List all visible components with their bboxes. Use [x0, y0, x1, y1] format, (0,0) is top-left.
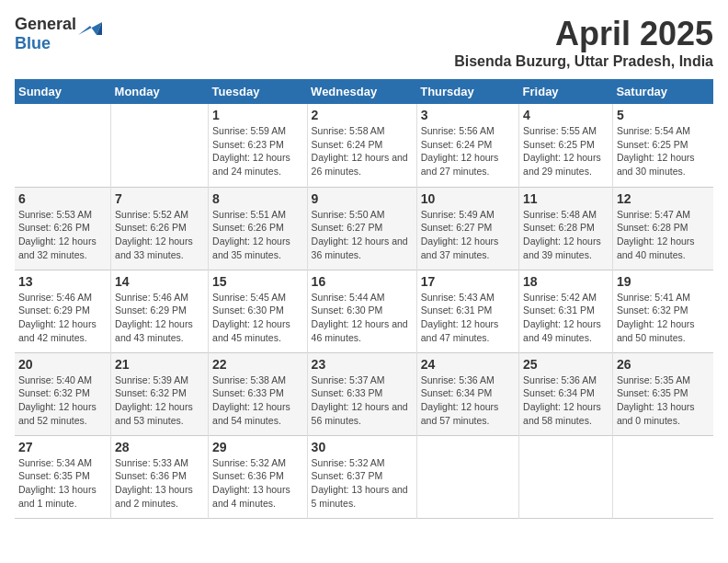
logo-bird-icon: [78, 15, 102, 35]
calendar-week-5: 27Sunrise: 5:34 AM Sunset: 6:35 PM Dayli…: [15, 435, 713, 518]
day-info: Sunrise: 5:37 AM Sunset: 6:33 PM Dayligh…: [312, 373, 413, 428]
day-info: Sunrise: 5:39 AM Sunset: 6:32 PM Dayligh…: [115, 373, 204, 428]
calendar-cell: 25Sunrise: 5:36 AM Sunset: 6:34 PM Dayli…: [519, 352, 613, 435]
day-number: 15: [212, 274, 303, 289]
day-number: 28: [115, 440, 204, 454]
logo-general: General: [15, 16, 76, 34]
day-info: Sunrise: 5:53 AM Sunset: 6:26 PM Dayligh…: [18, 208, 107, 262]
calendar-cell: 23Sunrise: 5:37 AM Sunset: 6:33 PM Dayli…: [307, 352, 416, 435]
calendar-cell: 2Sunrise: 5:58 AM Sunset: 6:24 PM Daylig…: [307, 104, 416, 187]
calendar-cell: 4Sunrise: 5:55 AM Sunset: 6:25 PM Daylig…: [519, 104, 613, 187]
day-info: Sunrise: 5:32 AM Sunset: 6:36 PM Dayligh…: [212, 456, 303, 511]
day-info: Sunrise: 5:46 AM Sunset: 6:29 PM Dayligh…: [115, 291, 204, 345]
day-number: 19: [617, 274, 710, 289]
calendar-cell: 16Sunrise: 5:44 AM Sunset: 6:30 PM Dayli…: [307, 270, 416, 352]
calendar-cell: 14Sunrise: 5:46 AM Sunset: 6:29 PM Dayli…: [111, 270, 209, 352]
day-number: 20: [18, 357, 107, 372]
header-wednesday: Wednesday: [307, 79, 416, 104]
calendar-cell: 19Sunrise: 5:41 AM Sunset: 6:32 PM Dayli…: [612, 270, 713, 352]
day-info: Sunrise: 5:59 AM Sunset: 6:23 PM Dayligh…: [212, 124, 303, 178]
day-info: Sunrise: 5:40 AM Sunset: 6:32 PM Dayligh…: [18, 373, 107, 428]
calendar-cell: 27Sunrise: 5:34 AM Sunset: 6:35 PM Dayli…: [15, 435, 111, 518]
calendar-cell: 10Sunrise: 5:49 AM Sunset: 6:27 PM Dayli…: [416, 187, 518, 270]
day-info: Sunrise: 5:44 AM Sunset: 6:30 PM Dayligh…: [312, 291, 413, 345]
header-monday: Monday: [111, 79, 209, 104]
calendar-week-4: 20Sunrise: 5:40 AM Sunset: 6:32 PM Dayli…: [15, 352, 713, 435]
day-number: 25: [523, 357, 609, 372]
calendar-cell: 20Sunrise: 5:40 AM Sunset: 6:32 PM Dayli…: [15, 352, 111, 435]
calendar-cell: 18Sunrise: 5:42 AM Sunset: 6:31 PM Dayli…: [519, 270, 613, 352]
calendar-cell: 1Sunrise: 5:59 AM Sunset: 6:23 PM Daylig…: [209, 104, 308, 187]
calendar-cell: 11Sunrise: 5:48 AM Sunset: 6:28 PM Dayli…: [519, 187, 613, 270]
calendar-week-3: 13Sunrise: 5:46 AM Sunset: 6:29 PM Dayli…: [15, 270, 713, 352]
day-info: Sunrise: 5:34 AM Sunset: 6:35 PM Dayligh…: [18, 456, 107, 511]
title-section: April 2025 Bisenda Buzurg, Uttar Pradesh…: [454, 15, 713, 70]
calendar-cell: 24Sunrise: 5:36 AM Sunset: 6:34 PM Dayli…: [416, 352, 518, 435]
calendar-cell: [519, 435, 613, 518]
calendar-week-2: 6Sunrise: 5:53 AM Sunset: 6:26 PM Daylig…: [15, 187, 713, 270]
calendar-cell: 21Sunrise: 5:39 AM Sunset: 6:32 PM Dayli…: [111, 352, 209, 435]
day-number: 11: [523, 191, 609, 206]
day-number: 21: [115, 357, 204, 372]
day-number: 10: [421, 191, 515, 206]
calendar-cell: 22Sunrise: 5:38 AM Sunset: 6:33 PM Dayli…: [209, 352, 308, 435]
logo: General Blue: [15, 15, 102, 53]
day-number: 18: [523, 274, 609, 289]
location-title: Bisenda Buzurg, Uttar Pradesh, India: [454, 53, 713, 70]
day-number: 22: [212, 357, 303, 372]
day-number: 2: [312, 108, 413, 122]
calendar-cell: 12Sunrise: 5:47 AM Sunset: 6:28 PM Dayli…: [612, 187, 713, 270]
calendar-cell: 7Sunrise: 5:52 AM Sunset: 6:26 PM Daylig…: [111, 187, 209, 270]
day-number: 7: [115, 191, 204, 206]
calendar-cell: 3Sunrise: 5:56 AM Sunset: 6:24 PM Daylig…: [416, 104, 518, 187]
calendar-cell: 28Sunrise: 5:33 AM Sunset: 6:36 PM Dayli…: [111, 435, 209, 518]
calendar-cell: 29Sunrise: 5:32 AM Sunset: 6:36 PM Dayli…: [209, 435, 308, 518]
calendar-cell: 9Sunrise: 5:50 AM Sunset: 6:27 PM Daylig…: [307, 187, 416, 270]
day-info: Sunrise: 5:52 AM Sunset: 6:26 PM Dayligh…: [115, 208, 204, 262]
month-title: April 2025: [454, 15, 713, 53]
header-friday: Friday: [519, 79, 613, 104]
day-info: Sunrise: 5:36 AM Sunset: 6:34 PM Dayligh…: [523, 373, 609, 428]
calendar-cell: 17Sunrise: 5:43 AM Sunset: 6:31 PM Dayli…: [416, 270, 518, 352]
day-number: 24: [421, 357, 515, 372]
day-number: 6: [18, 191, 107, 206]
day-info: Sunrise: 5:33 AM Sunset: 6:36 PM Dayligh…: [115, 456, 204, 511]
day-number: 23: [312, 357, 413, 372]
day-number: 17: [421, 274, 515, 289]
day-number: 29: [212, 440, 303, 454]
day-info: Sunrise: 5:50 AM Sunset: 6:27 PM Dayligh…: [312, 208, 413, 262]
calendar-week-1: 1Sunrise: 5:59 AM Sunset: 6:23 PM Daylig…: [15, 104, 713, 187]
day-number: 27: [18, 440, 107, 454]
calendar-cell: 5Sunrise: 5:54 AM Sunset: 6:25 PM Daylig…: [612, 104, 713, 187]
day-number: 1: [212, 108, 303, 122]
calendar-cell: 6Sunrise: 5:53 AM Sunset: 6:26 PM Daylig…: [15, 187, 111, 270]
calendar-cell: [111, 104, 209, 187]
calendar-header-row: SundayMondayTuesdayWednesdayThursdayFrid…: [15, 79, 713, 104]
calendar-cell: 8Sunrise: 5:51 AM Sunset: 6:26 PM Daylig…: [209, 187, 308, 270]
day-info: Sunrise: 5:47 AM Sunset: 6:28 PM Dayligh…: [617, 208, 710, 262]
day-number: 5: [617, 108, 710, 122]
day-info: Sunrise: 5:35 AM Sunset: 6:35 PM Dayligh…: [617, 373, 710, 428]
day-info: Sunrise: 5:56 AM Sunset: 6:24 PM Dayligh…: [421, 124, 515, 178]
header-tuesday: Tuesday: [209, 79, 308, 104]
day-info: Sunrise: 5:55 AM Sunset: 6:25 PM Dayligh…: [523, 124, 609, 178]
day-info: Sunrise: 5:58 AM Sunset: 6:24 PM Dayligh…: [312, 124, 413, 178]
calendar-cell: 26Sunrise: 5:35 AM Sunset: 6:35 PM Dayli…: [612, 352, 713, 435]
day-number: 16: [312, 274, 413, 289]
calendar-cell: 15Sunrise: 5:45 AM Sunset: 6:30 PM Dayli…: [209, 270, 308, 352]
day-info: Sunrise: 5:36 AM Sunset: 6:34 PM Dayligh…: [421, 373, 515, 428]
day-info: Sunrise: 5:43 AM Sunset: 6:31 PM Dayligh…: [421, 291, 515, 345]
day-number: 12: [617, 191, 710, 206]
calendar-cell: [15, 104, 111, 187]
day-info: Sunrise: 5:42 AM Sunset: 6:31 PM Dayligh…: [523, 291, 609, 345]
day-info: Sunrise: 5:48 AM Sunset: 6:28 PM Dayligh…: [523, 208, 609, 262]
day-number: 26: [617, 357, 710, 372]
header-sunday: Sunday: [15, 79, 111, 104]
day-info: Sunrise: 5:49 AM Sunset: 6:27 PM Dayligh…: [421, 208, 515, 262]
day-number: 8: [212, 191, 303, 206]
calendar-cell: 30Sunrise: 5:32 AM Sunset: 6:37 PM Dayli…: [307, 435, 416, 518]
day-number: 9: [312, 191, 413, 206]
day-number: 3: [421, 108, 515, 122]
calendar-cell: [416, 435, 518, 518]
calendar-cell: [612, 435, 713, 518]
